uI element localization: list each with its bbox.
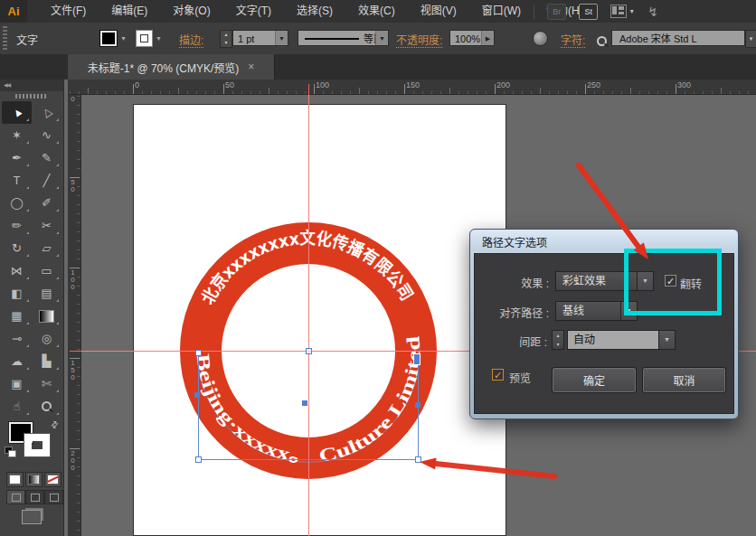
stroke-width-field[interactable]: 1 pt ▼ (232, 30, 288, 46)
stepper-down-icon[interactable]: ▾ (556, 342, 559, 347)
bridge-icon[interactable]: Br (547, 4, 566, 20)
horizontal-ruler[interactable]: 0 50 100 150 200 250 300 (68, 80, 756, 95)
menu-object[interactable]: 对象(O) (160, 0, 222, 23)
scale-tool[interactable]: ▱ (32, 237, 61, 259)
text-path-port-handle[interactable] (413, 353, 421, 365)
color-button[interactable] (6, 472, 24, 487)
cancel-button[interactable]: 取消 (642, 367, 726, 393)
stock-icon[interactable]: St (579, 4, 598, 20)
direct-selection-tool[interactable]: ▷ (32, 101, 61, 124)
stroke-width-stepper[interactable]: ▴ ▾ (220, 30, 232, 48)
menu-view[interactable]: 视图(V) (408, 0, 469, 23)
chevron-down-icon[interactable]: ▼ (275, 31, 288, 45)
tools-panel: ◀◀ ► ▷ ✶ ∿ ✒ ✎ T ╱ ◯ ✐ ✏ ✂ ↻ ▱ ⋈ ▭ ◧ ▤ ▦… (0, 80, 64, 536)
curvature-tool[interactable]: ✎ (32, 146, 61, 169)
ok-button[interactable]: 确定 (552, 367, 637, 393)
draw-behind-button[interactable] (25, 490, 44, 504)
vertical-ruler[interactable]: 0 50 100 150 200 250 (68, 95, 81, 536)
opacity-panel-link[interactable]: 不透明度: (396, 32, 442, 48)
stepper-up-icon[interactable]: ▴ (224, 32, 227, 37)
draw-normal-button[interactable] (6, 490, 25, 504)
gradient-button[interactable] (25, 472, 43, 487)
stroke-profile-dropdown[interactable]: 等比 ▼ (298, 30, 389, 46)
character-panel-link[interactable]: 字符: (561, 32, 585, 48)
selection-handle[interactable] (195, 350, 202, 356)
default-colors-icon[interactable] (5, 447, 15, 456)
pencil-tool[interactable]: ✏ (2, 214, 32, 237)
selection-handle[interactable] (195, 456, 202, 463)
type-tool[interactable]: T (2, 169, 32, 192)
selection-handle[interactable] (415, 456, 421, 463)
recolor-artwork-icon[interactable] (533, 31, 548, 46)
object-center-marker[interactable] (306, 348, 312, 354)
dialog-title[interactable]: 路径文字选项 (482, 234, 547, 249)
close-icon[interactable]: × (248, 61, 254, 73)
stroke-color-control[interactable]: ▼ (136, 30, 162, 47)
menu-bar: Ai 文件(F) 编辑(E) 对象(O) 文字(T) 选择(S) 效果(C) 视… (0, 0, 756, 24)
stroke-swatch[interactable] (24, 434, 50, 456)
scissors-tool[interactable]: ✂ (32, 214, 61, 237)
panel-gripper[interactable] (3, 26, 7, 50)
magic-wand-tool[interactable]: ✶ (2, 124, 32, 146)
selection-midpoint-handle[interactable] (302, 400, 307, 406)
column-graph-tool[interactable]: ▙ (32, 350, 61, 372)
symbol-sprayer-tool[interactable]: ☁ (2, 350, 32, 372)
paintbrush-tool[interactable]: ✐ (32, 192, 61, 214)
chevron-down-icon[interactable]: ▼ (658, 331, 675, 349)
none-button[interactable] (44, 472, 61, 487)
artboard-tool[interactable]: ▣ (2, 372, 32, 395)
menu-window[interactable]: 窗口(W) (469, 0, 534, 23)
mesh-tool[interactable]: ▦ (2, 305, 32, 327)
gradient-tool[interactable] (32, 305, 61, 327)
stepper-down-icon[interactable]: ▾ (224, 40, 227, 45)
shape-builder-tool[interactable]: ◧ (2, 282, 32, 305)
menu-select[interactable]: 选择(S) (284, 0, 345, 23)
chevron-right-icon[interactable]: ▶ (481, 31, 494, 45)
stepper-up-icon[interactable]: ▴ (556, 333, 559, 338)
workspace-switcher[interactable]: ▼ (610, 5, 635, 18)
fill-swatch[interactable] (99, 30, 118, 47)
collapse-panel-icon[interactable]: ◀◀ (0, 80, 63, 91)
document-tab[interactable]: 未标题-1* @ 70% (CMYK/预览) × (68, 54, 275, 80)
stroke-profile-preview (305, 38, 359, 40)
blend-tool[interactable]: ◎ (32, 327, 61, 350)
ruler-label: 300 (677, 80, 691, 89)
line-segment-tool[interactable]: ╱ (32, 169, 61, 192)
menu-effect[interactable]: 效果(C) (345, 0, 408, 23)
type-on-path-options-dialog: 路径文字选项 效果 : 彩虹效果 ▼ ✓ 翻转 对齐路径 : 基线 ▼ 间距 :… (469, 229, 739, 419)
width-tool[interactable]: ⋈ (2, 259, 32, 282)
rotate-tool[interactable]: ↻ (2, 237, 32, 259)
ellipse-tool[interactable]: ◯ (2, 192, 32, 214)
zoom-tool[interactable] (32, 395, 61, 418)
free-transform-tool[interactable]: ▭ (32, 259, 61, 282)
opacity-field[interactable]: 100% ▶ (449, 30, 495, 46)
hand-tool[interactable]: ☝ (2, 395, 32, 418)
perspective-grid-tool[interactable]: ▤ (32, 282, 61, 305)
eyedropper-tool[interactable]: ⊸ (2, 327, 32, 350)
selection-midpoint-handle[interactable] (194, 392, 200, 398)
chevron-down-icon[interactable]: ▼ (375, 31, 388, 45)
stroke-swatch[interactable] (136, 30, 153, 47)
cc-sync-icon[interactable]: ↯ (647, 5, 658, 19)
lasso-tool[interactable]: ∿ (32, 124, 61, 146)
slice-tool[interactable]: ✄ (32, 372, 61, 395)
menu-file[interactable]: 文件(F) (38, 0, 99, 23)
panel-gripper[interactable] (15, 94, 48, 99)
spacing-stepper[interactable]: ▴ ▾ (552, 330, 564, 350)
font-dropdown-button[interactable]: ▼ (745, 30, 756, 48)
selection-tool[interactable]: ► (2, 101, 32, 124)
font-family-field[interactable]: Adobe 宋体 Std L (611, 30, 745, 46)
selection-midpoint-handle[interactable] (415, 402, 421, 408)
preview-checkbox[interactable]: ✓ (492, 369, 504, 381)
menu-edit[interactable]: 编辑(E) (99, 0, 160, 23)
swap-colors-icon[interactable]: ⇄ (48, 418, 61, 431)
guide-position-marker (70, 351, 81, 352)
fill-color-control[interactable]: ▼ (99, 30, 127, 47)
screen-mode-button[interactable] (22, 510, 42, 524)
pen-tool[interactable]: ✒ (2, 146, 32, 169)
preview-label[interactable]: 预览 (509, 370, 531, 385)
menu-type[interactable]: 文字(T) (223, 0, 284, 23)
draw-inside-button[interactable] (44, 490, 63, 504)
spacing-combo[interactable]: 自动 ▼ (567, 330, 676, 350)
stroke-panel-link[interactable]: 描边: (179, 32, 203, 48)
